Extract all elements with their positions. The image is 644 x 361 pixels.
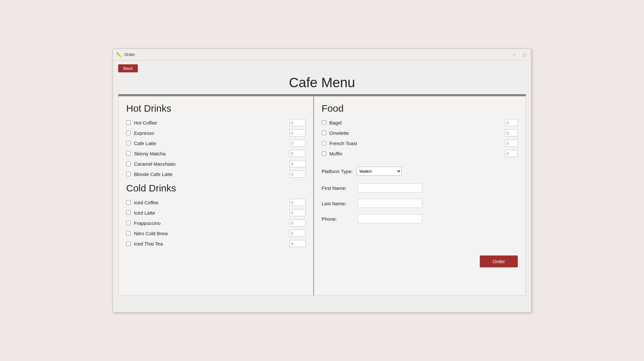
last-name-input[interactable] bbox=[358, 199, 422, 208]
muffin-qty[interactable] bbox=[505, 150, 518, 157]
nitro-cold-brew-qty[interactable] bbox=[289, 230, 306, 237]
last-name-label: Last Name: bbox=[322, 201, 354, 206]
omelette-qty[interactable] bbox=[505, 129, 518, 136]
right-panel: Food Bagel Omelette French Toast bbox=[314, 97, 526, 295]
title-bar-controls: − □ bbox=[511, 51, 528, 58]
content-area: Back Cafe Menu Hot Drinks Hot Coffee Exp… bbox=[113, 60, 531, 301]
page-title: Cafe Menu bbox=[118, 75, 526, 90]
bagel-label: Bagel bbox=[329, 120, 502, 125]
expresso-label: Expresso bbox=[134, 130, 286, 136]
iced-latte-label: Iced Latte bbox=[134, 210, 286, 216]
title-bar: ✏️ Order − □ bbox=[113, 49, 531, 60]
french-toast-checkbox[interactable] bbox=[322, 141, 326, 145]
main-panel: Hot Drinks Hot Coffee Expresso Cafe Latt… bbox=[118, 96, 526, 296]
title-bar-title: Order bbox=[124, 52, 135, 57]
minimize-button[interactable]: − bbox=[511, 51, 517, 58]
platform-row: Platform Type: WalkIn DoorDash UberEats … bbox=[322, 167, 518, 176]
phone-label: Phone: bbox=[322, 216, 354, 222]
french-toast-qty[interactable] bbox=[505, 140, 518, 147]
cafe-latte-qty[interactable] bbox=[289, 140, 306, 147]
list-item: Iced Coffee bbox=[126, 199, 306, 206]
nitro-cold-brew-label: Nitro Cold Brew bbox=[134, 231, 286, 236]
food-title: Food bbox=[322, 103, 518, 114]
hot-coffee-qty[interactable] bbox=[289, 119, 306, 126]
expresso-qty[interactable] bbox=[289, 129, 306, 136]
blonde-cafe-latte-checkbox[interactable] bbox=[126, 172, 131, 176]
iced-thai-tea-label: Iced Thai Tea bbox=[134, 241, 286, 246]
caramel-macchiato-checkbox[interactable] bbox=[126, 162, 131, 166]
blonde-cafe-latte-qty[interactable] bbox=[289, 171, 306, 178]
hot-coffee-label: Hot Coffee bbox=[134, 120, 286, 125]
platform-label: Platform Type: bbox=[322, 169, 353, 174]
back-button[interactable]: Back bbox=[118, 64, 138, 72]
order-button[interactable]: Order bbox=[480, 255, 518, 267]
omelette-label: Omelette bbox=[329, 130, 502, 136]
phone-input[interactable] bbox=[358, 214, 422, 223]
muffin-checkbox[interactable] bbox=[322, 151, 326, 156]
frappuccino-label: Frappuccino bbox=[134, 220, 286, 226]
blonde-cafe-latte-label: Blonde Cafe Latte bbox=[134, 171, 286, 177]
title-bar-left: ✏️ Order bbox=[116, 52, 135, 57]
list-item: French Toast bbox=[322, 140, 518, 147]
app-window: ✏️ Order − □ Back Cafe Menu Hot Drinks H… bbox=[113, 49, 531, 312]
phone-row: Phone: bbox=[322, 214, 518, 223]
list-item: Nitro Cold Brew bbox=[126, 230, 306, 237]
iced-coffee-qty[interactable] bbox=[289, 199, 306, 206]
french-toast-label: French Toast bbox=[329, 141, 502, 146]
nitro-cold-brew-checkbox[interactable] bbox=[126, 231, 131, 236]
first-name-input[interactable] bbox=[358, 183, 422, 192]
iced-coffee-checkbox[interactable] bbox=[126, 200, 131, 205]
skinny-matcha-qty[interactable] bbox=[289, 150, 306, 157]
list-item: Caramel Macchiato bbox=[126, 160, 306, 167]
caramel-macchiato-label: Caramel Macchiato bbox=[134, 161, 286, 167]
left-panel: Hot Drinks Hot Coffee Expresso Cafe Latt… bbox=[118, 97, 314, 295]
list-item: Iced Thai Tea bbox=[126, 240, 306, 247]
list-item: Expresso bbox=[126, 129, 306, 136]
list-item: Hot Coffee bbox=[126, 119, 306, 126]
first-name-row: First Name: bbox=[322, 183, 518, 192]
cold-drinks-title: Cold Drinks bbox=[126, 183, 306, 194]
list-item: Omelette bbox=[322, 129, 518, 136]
list-item: Skinny Matcha bbox=[126, 150, 306, 157]
skinny-matcha-checkbox[interactable] bbox=[126, 151, 131, 156]
muffin-label: Muffin bbox=[329, 151, 502, 156]
list-item: Iced Latte bbox=[126, 209, 306, 216]
iced-coffee-label: Iced Coffee bbox=[134, 200, 286, 205]
first-name-label: First Name: bbox=[322, 185, 354, 191]
skinny-matcha-label: Skinny Matcha bbox=[134, 151, 286, 156]
cafe-latte-checkbox[interactable] bbox=[126, 141, 131, 145]
platform-select[interactable]: WalkIn DoorDash UberEats GrubHub bbox=[356, 167, 402, 176]
caramel-macchiato-qty[interactable] bbox=[289, 160, 306, 167]
last-name-row: Last Name: bbox=[322, 199, 518, 208]
hot-drinks-title: Hot Drinks bbox=[126, 103, 306, 114]
expresso-checkbox[interactable] bbox=[126, 131, 131, 135]
maximize-button[interactable]: □ bbox=[521, 51, 528, 58]
hot-coffee-checkbox[interactable] bbox=[126, 120, 131, 125]
iced-thai-tea-checkbox[interactable] bbox=[126, 241, 131, 246]
list-item: Frappuccino bbox=[126, 219, 306, 227]
app-icon: ✏️ bbox=[116, 52, 122, 57]
list-item: Bagel bbox=[322, 119, 518, 126]
cafe-latte-label: Cafe Latte bbox=[134, 141, 286, 146]
iced-latte-checkbox[interactable] bbox=[126, 210, 131, 215]
iced-latte-qty[interactable] bbox=[289, 209, 306, 216]
omelette-checkbox[interactable] bbox=[322, 131, 326, 135]
iced-thai-tea-qty[interactable] bbox=[289, 240, 306, 247]
list-item: Muffin bbox=[322, 150, 518, 157]
frappuccino-qty[interactable] bbox=[289, 219, 306, 227]
bagel-qty[interactable] bbox=[505, 119, 518, 126]
frappuccino-checkbox[interactable] bbox=[126, 221, 131, 225]
list-item: Blonde Cafe Latte bbox=[126, 171, 306, 178]
list-item: Cafe Latte bbox=[126, 140, 306, 147]
order-button-container: Order bbox=[322, 243, 518, 267]
bagel-checkbox[interactable] bbox=[322, 120, 326, 125]
